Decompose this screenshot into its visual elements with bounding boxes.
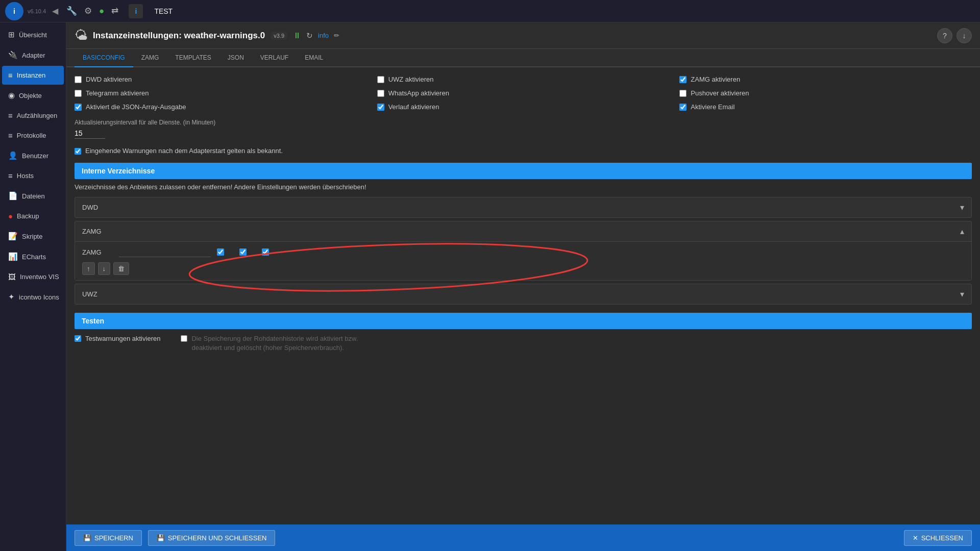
panel-uwz-label: UWZ: [82, 290, 97, 298]
help-button[interactable]: ?: [937, 28, 952, 43]
uebersicht-icon: ⊞: [8, 30, 15, 39]
checkbox-telegramm: Telegramm aktivieren: [75, 89, 367, 97]
email-label: Aktiviere Email: [691, 103, 734, 111]
content-header: 🌤 Instanzeinstellungen: weather-warnings…: [66, 22, 980, 49]
testwarnungen-label: Testwarnungen aktivieren: [85, 334, 160, 343]
verlauf-checkbox[interactable]: [377, 104, 384, 111]
warn-after-start-checkbox[interactable]: [75, 148, 81, 155]
verlauf-label: Verlauf aktivieren: [388, 103, 439, 111]
zamg-checkbox-2[interactable]: [239, 248, 247, 256]
main-area: ⊞ Übersicht 🔌 Adapter ≡ Instanzen ◉ Obje…: [0, 22, 980, 551]
zamg-checkbox-1[interactable]: [217, 248, 224, 256]
sidebar-item-dateien[interactable]: 📄 Dateien: [2, 186, 64, 206]
checkbox-json-array: Aktiviert die JSON-Array-Ausgabe: [75, 103, 367, 111]
move-up-button[interactable]: ↑: [82, 262, 95, 275]
panel-dwd-label: DWD: [82, 204, 98, 211]
zamg-cb-1: [217, 248, 224, 256]
zamg-text-input[interactable]: [119, 247, 211, 257]
delete-button[interactable]: 🗑: [113, 262, 129, 275]
interne-verzeichnisse-header: Interne Verzeichnisse: [75, 163, 972, 179]
save-close-button[interactable]: 💾 SPEICHERN UND SCHLIESSEN: [148, 530, 276, 546]
whatsapp-checkbox[interactable]: [377, 90, 384, 97]
interval-section: Aktualisierungsintervall für alle Dienst…: [75, 119, 972, 139]
json-array-checkbox[interactable]: [75, 104, 82, 111]
save-label: SPEICHERN: [94, 534, 133, 542]
download-button[interactable]: ↓: [957, 28, 972, 43]
save-button[interactable]: 💾 SPEICHERN: [75, 530, 142, 546]
tab-templates[interactable]: TEMPLATES: [167, 49, 219, 67]
panel-dwd-header[interactable]: DWD ▾: [75, 197, 971, 217]
sidebar-item-objekte[interactable]: ◉ Objekte: [2, 86, 64, 105]
panel-dwd: DWD ▾: [75, 197, 972, 218]
sidebar-item-instanzen[interactable]: ≡ Instanzen: [2, 66, 64, 85]
inventwo-icon: 🖼: [8, 272, 16, 281]
move-down-button[interactable]: ↓: [98, 262, 111, 275]
panel-dwd-chevron: ▾: [960, 203, 964, 212]
sidebar-item-adapter[interactable]: 🔌 Adapter: [2, 45, 64, 65]
zamg-checkbox-3[interactable]: [262, 248, 269, 256]
interval-input[interactable]: [75, 128, 105, 139]
close-label: SCHLIESSEN: [921, 534, 963, 542]
tab-basicconfig[interactable]: BASICCONFIG: [75, 49, 133, 67]
tab-verlauf[interactable]: VERLAUF: [252, 49, 297, 67]
edit-icon[interactable]: ✏: [334, 32, 339, 39]
close-button[interactable]: ✕ SCHLIESSEN: [904, 530, 972, 546]
tab-json[interactable]: JSON: [219, 49, 252, 67]
sidebar-label-echarts: ECharts: [22, 253, 46, 261]
rawdata-label: Die Speicherung der Rohdatenhistorie wir…: [191, 334, 365, 353]
tab-email[interactable]: EMAIL: [297, 49, 331, 67]
pushover-checkbox[interactable]: [679, 90, 687, 97]
sidebar-collapse-btn[interactable]: ◀: [52, 6, 58, 16]
zamg-content: ZAMG: [82, 247, 964, 275]
sidebar-label-instanzen: Instanzen: [17, 71, 45, 79]
sidebar-label-protokolle: Protokolle: [17, 132, 46, 139]
sidebar-item-echarts[interactable]: 📊 ECharts: [2, 247, 64, 266]
sidebar-item-icontwo[interactable]: ✦ icontwo Icons: [2, 287, 64, 307]
close-icon: ✕: [913, 534, 918, 542]
settings-icon[interactable]: ⚙: [84, 6, 92, 16]
checkbox-verlauf: Verlauf aktivieren: [377, 103, 670, 111]
zamg-label: ZAMG aktivieren: [691, 76, 740, 83]
network-icon[interactable]: ⇄: [111, 6, 118, 16]
status-green-icon[interactable]: ●: [99, 6, 104, 16]
sidebar-label-uebersicht: Übersicht: [19, 31, 47, 39]
tab-zamg[interactable]: ZAMG: [133, 49, 167, 67]
benutzer-icon: 👤: [8, 151, 18, 160]
content-area: 🌤 Instanzeinstellungen: weather-warnings…: [66, 22, 980, 551]
sidebar-label-skripte: Skripte: [22, 233, 42, 240]
save-close-label: SPEICHERN UND SCHLIESSEN: [168, 534, 267, 542]
uwz-checkbox[interactable]: [377, 76, 384, 83]
sidebar-item-benutzer[interactable]: 👤 Benutzer: [2, 146, 64, 165]
top-bar-icons: 🔧 ⚙ ● ⇄ i TEST: [66, 4, 173, 18]
pause-icon[interactable]: ⏸: [293, 31, 301, 40]
sidebar-item-skripte[interactable]: 📝 Skripte: [2, 227, 64, 246]
info-link[interactable]: info: [318, 32, 329, 39]
zamg-checkbox[interactable]: [679, 76, 687, 83]
hosts-icon: ≡: [8, 171, 13, 180]
sidebar-item-inventwo[interactable]: 🖼 Inventwo VIS: [2, 267, 64, 286]
refresh-icon[interactable]: ↻: [306, 31, 313, 40]
rawdata-checkbox[interactable]: [181, 335, 187, 342]
email-checkbox[interactable]: [679, 104, 687, 111]
dwd-checkbox[interactable]: [75, 76, 82, 83]
zamg-cb-2: [239, 248, 247, 256]
sidebar-item-backup[interactable]: ● Backup: [2, 207, 64, 226]
sidebar-item-aufzaehlungen[interactable]: ≡ Aufzählungen: [2, 106, 64, 125]
sidebar-label-benutzer: Benutzer: [22, 152, 48, 160]
wrench-icon[interactable]: 🔧: [66, 6, 77, 16]
pushover-label: Pushover aktivieren: [691, 89, 749, 97]
sidebar-item-protokolle[interactable]: ≡ Protokolle: [2, 126, 64, 145]
telegramm-checkbox[interactable]: [75, 90, 82, 97]
panel-uwz-header[interactable]: UWZ ▾: [75, 284, 971, 304]
sidebar: ⊞ Übersicht 🔌 Adapter ≡ Instanzen ◉ Obje…: [0, 22, 66, 551]
panel-zamg-header[interactable]: ZAMG ▴: [75, 221, 971, 241]
instance-title: Instanzeinstellungen: weather-warnings.0: [93, 31, 265, 41]
panel-zamg-chevron: ▴: [960, 227, 964, 236]
testwarnungen-checkbox[interactable]: [75, 335, 81, 342]
warn-after-start-label: Eingehende Warnungen nach dem Adaptersta…: [85, 147, 283, 155]
skripte-icon: 📝: [8, 232, 18, 241]
panel-uwz: UWZ ▾: [75, 284, 972, 305]
sidebar-item-hosts[interactable]: ≡ Hosts: [2, 166, 64, 185]
app-logo: i: [5, 2, 23, 20]
sidebar-item-uebersicht[interactable]: ⊞ Übersicht: [2, 25, 64, 44]
